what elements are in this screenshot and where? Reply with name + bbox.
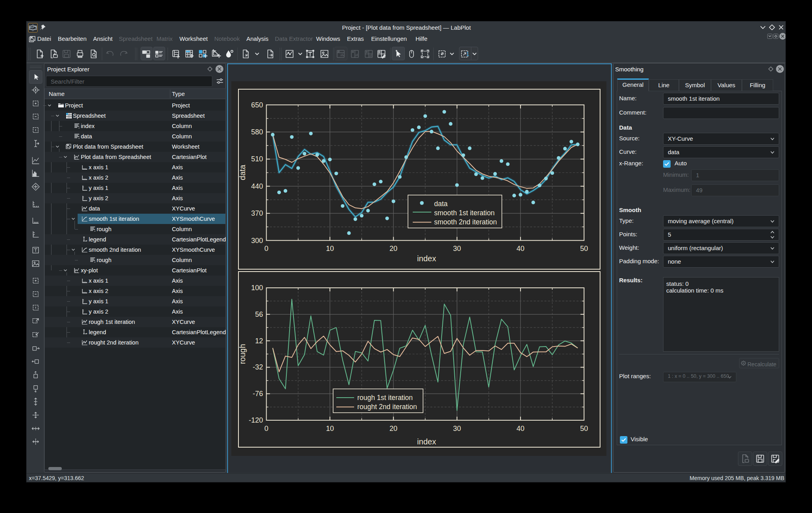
- svg-text:-76: -76: [253, 390, 263, 398]
- svg-text:0: 0: [264, 425, 268, 433]
- svg-text:650: 650: [251, 101, 263, 109]
- svg-text:440: 440: [251, 182, 263, 190]
- svg-text:rough: rough: [238, 344, 247, 364]
- svg-text:56: 56: [255, 310, 263, 318]
- svg-text:rought 2nd iteration: rought 2nd iteration: [357, 403, 417, 411]
- svg-text:20: 20: [389, 425, 397, 433]
- svg-text:50: 50: [580, 245, 588, 253]
- svg-text:data: data: [434, 200, 448, 208]
- svg-text:40: 40: [517, 245, 524, 253]
- svg-text:20: 20: [389, 245, 397, 253]
- svg-text:rough 1st iteration: rough 1st iteration: [357, 394, 413, 402]
- svg-text:100: 100: [251, 284, 263, 292]
- svg-text:-120: -120: [249, 416, 263, 424]
- svg-text:580: 580: [251, 128, 263, 136]
- svg-text:10: 10: [326, 245, 334, 253]
- svg-text:40: 40: [517, 425, 524, 433]
- svg-text:-32: -32: [253, 363, 263, 371]
- svg-text:data: data: [238, 165, 247, 180]
- svg-text:smooth 2nd iteration: smooth 2nd iteration: [434, 218, 497, 226]
- svg-text:300: 300: [251, 237, 263, 245]
- svg-text:index: index: [417, 437, 436, 446]
- svg-text:12: 12: [255, 337, 263, 345]
- svg-text:smooth 1st iteration: smooth 1st iteration: [434, 209, 495, 217]
- svg-text:30: 30: [453, 245, 461, 253]
- svg-text:510: 510: [251, 155, 263, 163]
- svg-text:30: 30: [453, 425, 461, 433]
- svg-text:10: 10: [326, 425, 334, 433]
- svg-text:0: 0: [264, 245, 268, 253]
- svg-text:370: 370: [251, 209, 263, 217]
- svg-text:50: 50: [580, 425, 588, 433]
- svg-text:index: index: [417, 254, 436, 263]
